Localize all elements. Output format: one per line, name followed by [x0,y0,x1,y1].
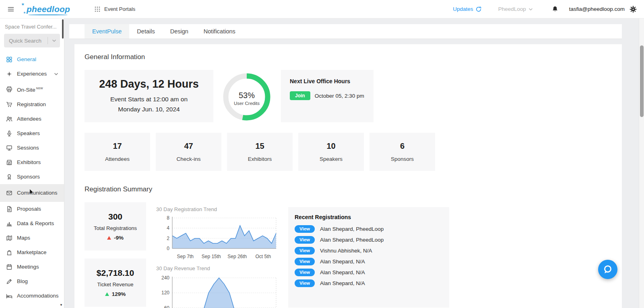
stat-value: 47 [184,142,193,151]
registration-trend-title: 30 Day Registration Trend [156,206,281,212]
map-icon [6,234,12,241]
svg-text:Oct 5th: Oct 5th [255,254,271,259]
sidebar-item-general[interactable]: General [0,52,64,67]
logo-sparkle-icon: ✶ [23,11,26,14]
grid-icon [6,56,12,63]
sidebar-item-speakers[interactable]: Speakers [0,126,64,141]
sidebar-item-sessions[interactable]: Sessions [0,141,64,155]
apps-grid-icon [94,6,101,12]
sidebar-scrollbar-thumb[interactable] [62,19,64,39]
user-email: tasfia@pheedloop.com [569,6,625,12]
stat-label: Attendees [105,156,130,162]
sidebar-item-label: Sessions [17,144,39,152]
tab-eventpulse[interactable]: EventPulse [85,24,129,39]
event-portals[interactable]: Event Portals [94,6,135,12]
sidebar-item-marketplace[interactable]: Marketplace [0,245,64,260]
sidebar-item-label: Data & Reports [17,220,54,227]
sidebar-item-communications[interactable]: Communications [0,184,64,202]
sidebar-scroll-down-arrow[interactable]: ▼ [60,303,63,307]
logo-sparkle-icon: ✶ [21,2,25,6]
sidebar-item-meetings[interactable]: Meetings [0,260,64,274]
stat-value: 6 [400,142,405,151]
sidebar-item-on-site[interactable]: On-SiteNEW [0,81,64,97]
updates-label: Updates [453,6,473,12]
tab-notifications[interactable]: Notifications [196,24,243,39]
registration-row: ViewAlan Shepard, PheedLoop [295,236,443,244]
stat-card-speakers: 10Speakers [298,133,364,171]
document-icon [6,205,12,212]
registration-trend-block: 30 Day Registration Trend 0248Sep 7thSep… [156,206,281,260]
org-dropdown[interactable]: PheedLoop [498,6,533,12]
registrant-name: Alan Shepard, PheedLoop [320,226,384,232]
registration-row: ViewAlan Shepard, PheedLoop [295,225,443,233]
topbar-right: Updates PheedLoop tasfia@pheedloop.com [453,6,637,13]
view-button[interactable]: View [295,225,315,233]
stat-label: Check-ins [176,156,200,162]
svg-text:Sep 15th: Sep 15th [202,254,221,259]
pheedloop-logo[interactable]: ✶ ✶ pheedloop [27,4,70,14]
view-button[interactable]: View [295,258,315,265]
account-menu[interactable]: tasfia@pheedloop.com [569,6,637,13]
sidebar-item-proposals[interactable]: Proposals [0,202,64,216]
main-content: EventPulseDetailsDesignNotifications Gen… [65,18,644,308]
view-button[interactable]: View [295,279,315,287]
settings-gear-icon[interactable] [630,6,637,13]
office-hours-datetime: October 05, 2:30 pm [315,93,364,99]
view-button[interactable]: View [295,269,315,276]
calendar-icon [6,263,12,270]
sidebar-item-accommodations[interactable]: Accommodations [0,289,64,303]
updates-link[interactable]: Updates [453,6,481,12]
office-hours-title: Next Live Office Hours [290,78,365,84]
stat-card-attendees: 17Attendees [85,133,150,171]
join-button[interactable]: Join [290,91,310,100]
sidebar-item-attendees[interactable]: Attendees [0,112,64,126]
stat-value: 15 [255,142,264,151]
tab-details[interactable]: Details [129,24,162,39]
bar-chart-icon [6,220,12,227]
sidebar-item-exhibitors[interactable]: Exhibitors [0,155,64,170]
credits-percent: 53% [234,91,260,100]
main-scrollbar-thumb[interactable] [640,45,644,117]
trend-up-icon [107,236,111,240]
presentation-icon [6,144,12,151]
microphone-icon [6,130,12,137]
registrant-name: Alan Shepard, N/A [320,280,365,286]
tab-design[interactable]: Design [163,24,196,39]
event-name: Space Travel Confer... [0,18,64,31]
total-registrations-card: 300 Total Registrations -9% [85,202,146,251]
svg-text:8: 8 [167,215,169,221]
stat-card-check-ins: 47Check-ins [156,133,221,171]
registration-row: ViewAlan Shepard, N/A [295,279,443,287]
ticket-revenue-change: 129% [105,291,126,297]
ticket-revenue-value: $2,718.10 [97,268,134,278]
trend-up-icon [105,292,109,296]
hamburger-menu-icon[interactable] [7,6,14,13]
sidebar-item-experiences[interactable]: Experiences [0,67,64,81]
recent-registrations-title: Recent Registrations [295,214,443,220]
ribbon-icon [6,173,12,180]
main-scrollbar[interactable] [639,18,644,308]
revenue-trend-chart: 060120240 [156,274,281,308]
storefront-icon [6,159,12,166]
cart-icon [6,101,12,108]
quick-search-button[interactable]: Quick Search [4,34,60,47]
registrant-name: Alan Shepard, N/A [320,269,365,275]
svg-text:120: 120 [161,290,169,296]
countdown-subtitle: Event Starts at 12:00 am on Monday Jun. … [110,94,188,114]
chat-icon [603,264,613,275]
sidebar-item-registration[interactable]: Registration [0,97,64,112]
registration-row: ViewVishnu Abhishek, N/A [295,247,443,255]
sidebar-item-label: Sponsors [17,173,40,181]
sidebar-item-maps[interactable]: Maps [0,231,64,245]
countdown-value: 248 Days, 12 Hours [99,78,199,90]
svg-text:240: 240 [161,275,169,281]
view-button[interactable]: View [295,236,315,244]
sidebar-item-sponsors[interactable]: Sponsors [0,170,64,184]
sidebar-item-blog[interactable]: Blog [0,274,64,289]
new-badge: NEW [36,87,43,90]
view-button[interactable]: View [295,247,315,255]
notifications-bell-icon[interactable] [551,6,559,13]
chat-widget-button[interactable] [598,260,617,279]
quick-search-label: Quick Search [4,38,47,44]
sidebar-item-data-reports[interactable]: Data & Reports [0,216,64,231]
